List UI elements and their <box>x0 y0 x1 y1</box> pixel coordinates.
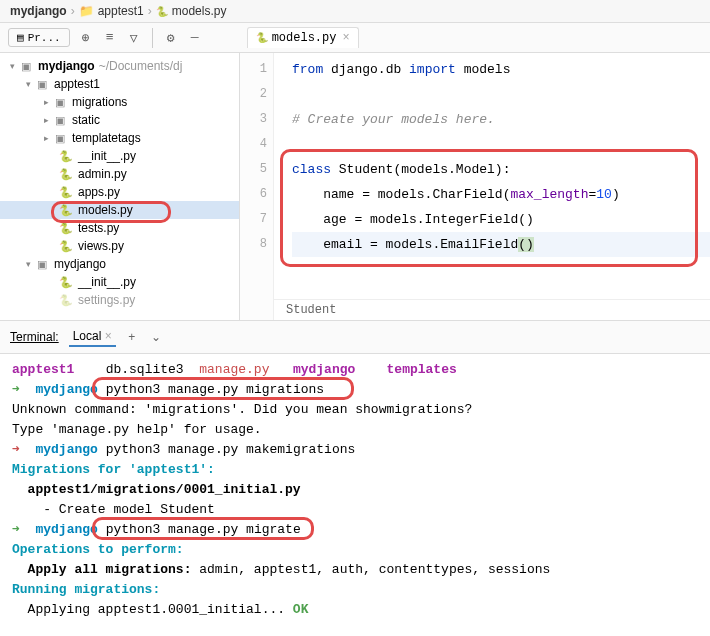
prompt-arrow-icon: ➜ <box>12 442 35 457</box>
line-gutter: 12345678 <box>240 53 274 320</box>
term-prompt: mydjango <box>35 522 97 537</box>
close-icon[interactable]: × <box>105 329 112 343</box>
chevron-right-icon: › <box>148 4 152 18</box>
tree-project-root[interactable]: ▾▣mydjango~/Documents/dj <box>0 57 239 75</box>
term-text: templates <box>387 362 457 377</box>
folder-icon: ▣ <box>34 256 50 272</box>
tree-folder-static[interactable]: ▸▣static <box>0 111 239 129</box>
python-file-icon: 🐍 <box>58 148 74 164</box>
python-file-icon: 🐍 <box>58 238 74 254</box>
prompt-arrow-icon: ➜ <box>12 522 35 537</box>
term-output: apptest1/migrations/0001_initial.py <box>12 480 698 500</box>
divider <box>152 28 153 48</box>
term-output: Operations to perform: <box>12 542 184 557</box>
tree-label: apps.py <box>78 185 120 199</box>
code-text: models <box>456 62 511 77</box>
chevron-right-icon: ▸ <box>40 115 52 125</box>
term-command: python3 manage.py makemigrations <box>106 442 356 457</box>
term-output: Apply all migrations: <box>12 562 199 577</box>
breadcrumb-folder[interactable]: apptest1 <box>98 4 144 18</box>
term-output: - Create model Student <box>12 500 698 520</box>
tree-label: settings.py <box>78 293 135 307</box>
terminal-body[interactable]: apptest1 db.sqlite3 manage.py mydjango t… <box>0 354 710 636</box>
code-param: max_length <box>510 187 588 202</box>
tree-folder-apptest1[interactable]: ▾▣apptest1 <box>0 75 239 93</box>
chevron-right-icon: › <box>71 4 75 18</box>
project-tree[interactable]: ▾▣mydjango~/Documents/dj ▾▣apptest1 ▸▣mi… <box>0 53 240 320</box>
code-text: ) <box>612 187 620 202</box>
tree-file-apps[interactable]: 🐍apps.py <box>0 183 239 201</box>
chevron-down-icon: ▾ <box>22 259 34 269</box>
tree-folder-migrations[interactable]: ▸▣migrations <box>0 93 239 111</box>
chevron-down-icon[interactable]: ⌄ <box>144 325 168 349</box>
term-output: admin, apptest1, auth, contenttypes, ses… <box>199 562 550 577</box>
python-file-icon: 🐍 <box>156 6 168 17</box>
project-selector[interactable]: ▤Pr... <box>8 28 70 47</box>
add-terminal-button[interactable]: + <box>120 325 144 349</box>
tab-label: models.py <box>272 31 337 45</box>
gear-icon[interactable]: ⚙ <box>159 26 183 50</box>
tree-file-settings[interactable]: 🐍settings.py <box>0 291 239 309</box>
term-prompt: mydjango <box>35 382 97 397</box>
python-file-icon: 🐍 <box>58 220 74 236</box>
close-icon[interactable]: × <box>342 31 349 45</box>
filter-icon[interactable]: ▽ <box>122 26 146 50</box>
tree-file-init2[interactable]: 🐍__init__.py <box>0 273 239 291</box>
breadcrumb: mydjango › 📁 apptest1 › 🐍 models.py <box>0 0 710 23</box>
tree-label: views.py <box>78 239 124 253</box>
code-text: name = models.CharField( <box>292 187 510 202</box>
term-text: db.sqlite3 <box>106 362 184 377</box>
code-text: Student(models.Model): <box>331 162 510 177</box>
code-text: age = models.IntegerField() <box>292 212 534 227</box>
tree-folder-mydjango[interactable]: ▾▣mydjango <box>0 255 239 273</box>
tree-file-admin[interactable]: 🐍admin.py <box>0 165 239 183</box>
code-editor[interactable]: 12345678 from django.db import models # … <box>240 53 710 320</box>
term-command: python3 manage.py migrate <box>106 522 301 537</box>
folder-icon: ▣ <box>18 58 34 74</box>
terminal-header: Terminal: Local × + ⌄ <box>0 321 710 354</box>
chevron-right-icon: ▸ <box>40 133 52 143</box>
folder-icon: ▣ <box>34 76 50 92</box>
tree-label: static <box>72 113 100 127</box>
tree-label: models.py <box>78 203 133 217</box>
term-output: Unknown command: 'migrations'. Did you m… <box>12 400 698 420</box>
code-text: django.db <box>323 62 409 77</box>
term-output: Type 'manage.py help' for usage. <box>12 420 698 440</box>
code-caret: () <box>518 237 534 252</box>
tree-label: templatetags <box>72 131 141 145</box>
sort-icon[interactable]: ≡ <box>98 26 122 50</box>
toolbar: ▤Pr... ⊕ ≡ ▽ ⚙ — 🐍 models.py × <box>0 23 710 53</box>
tree-file-views[interactable]: 🐍views.py <box>0 237 239 255</box>
folder-icon: ▣ <box>52 94 68 110</box>
breadcrumb-file[interactable]: models.py <box>172 4 227 18</box>
breadcrumb-root[interactable]: mydjango <box>10 4 67 18</box>
term-output: Running migrations: <box>12 582 160 597</box>
target-icon[interactable]: ⊕ <box>74 26 98 50</box>
python-file-icon: 🐍 <box>58 184 74 200</box>
tree-label: __init__.py <box>78 275 136 289</box>
terminal-tab-local[interactable]: Local × <box>69 327 116 347</box>
tree-label: admin.py <box>78 167 127 181</box>
code-keyword: import <box>409 62 456 77</box>
collapse-icon[interactable]: — <box>183 26 207 50</box>
terminal-title[interactable]: Terminal: <box>10 330 59 344</box>
term-output: Migrations for 'apptest1': <box>12 462 215 477</box>
tree-folder-templatetags[interactable]: ▸▣templatetags <box>0 129 239 147</box>
code-content[interactable]: from django.db import models # Create yo… <box>274 53 710 257</box>
tree-path: ~/Documents/dj <box>99 59 183 73</box>
tree-label: migrations <box>72 95 127 109</box>
tree-file-models[interactable]: 🐍models.py <box>0 201 239 219</box>
chevron-right-icon: ▸ <box>40 97 52 107</box>
editor-breadcrumb[interactable]: Student <box>274 299 710 320</box>
editor-tab[interactable]: 🐍 models.py × <box>247 27 359 48</box>
folder-icon: 📁 <box>79 4 94 18</box>
tree-file-init[interactable]: 🐍__init__.py <box>0 147 239 165</box>
folder-icon: ▣ <box>52 130 68 146</box>
folder-icon: ▣ <box>52 112 68 128</box>
code-keyword: class <box>292 162 331 177</box>
tree-file-tests[interactable]: 🐍tests.py <box>0 219 239 237</box>
tree-label: mydjango <box>54 257 106 271</box>
code-keyword: from <box>292 62 323 77</box>
term-output: OK <box>285 602 308 617</box>
chevron-down-icon: ▾ <box>22 79 34 89</box>
